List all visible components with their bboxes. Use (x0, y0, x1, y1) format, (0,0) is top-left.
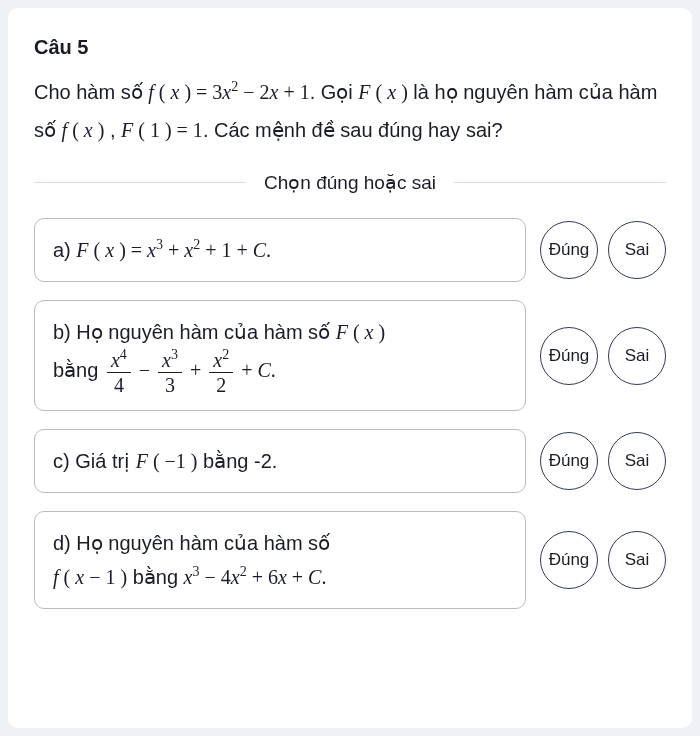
stem-text: , (104, 119, 121, 141)
section-divider: Chọn đúng hoặc sai (34, 171, 666, 194)
option-d-fx1: f ( x − 1 ) (53, 566, 127, 588)
true-label: Đúng (549, 346, 590, 366)
false-button[interactable]: Sai (608, 221, 666, 279)
false-button[interactable]: Sai (608, 432, 666, 490)
option-label: a) (53, 239, 76, 261)
option-b-mid: bằng (53, 359, 104, 381)
true-button[interactable]: Đúng (540, 327, 598, 385)
false-button[interactable]: Sai (608, 531, 666, 589)
option-c-tail: bằng -2. (198, 450, 278, 472)
question-card: Câu 5 Cho hàm số f ( x ) = 3x2 − 2x + 1.… (8, 8, 692, 728)
stem-math-cond: F ( 1 ) = 1 (121, 119, 203, 141)
option-a[interactable]: a) F ( x ) = x3 + x2 + 1 + C. (34, 218, 526, 282)
divider-label: Chọn đúng hoặc sai (246, 171, 454, 194)
divider-line (454, 182, 666, 183)
option-b-frac: x44 − x33 + x22 + C. (104, 359, 276, 381)
option-label: d) (53, 532, 76, 554)
true-button[interactable]: Đúng (540, 221, 598, 279)
option-c[interactable]: c) Giá trị F ( −1 ) bằng -2. (34, 429, 526, 493)
option-d-mid: bằng (127, 566, 183, 588)
option-row-d: d) Họ nguyên hàm của hàm số f ( x − 1 ) … (34, 511, 666, 609)
stem-math-f: f ( x ) = 3x2 − 2x + 1 (148, 81, 309, 103)
option-row-a: a) F ( x ) = x3 + x2 + 1 + C. Đúng Sai (34, 218, 666, 282)
option-b-buttons: Đúng Sai (540, 300, 666, 411)
option-c-buttons: Đúng Sai (540, 429, 666, 493)
option-label: c) (53, 450, 75, 472)
option-c-math: F ( −1 ) (136, 450, 198, 472)
option-d[interactable]: d) Họ nguyên hàm của hàm số f ( x − 1 ) … (34, 511, 526, 609)
false-label: Sai (625, 346, 650, 366)
option-row-b: b) Họ nguyên hàm của hàm số F ( x ) bằng… (34, 300, 666, 411)
stem-text: . Các mệnh đề sau đúng hay sai? (203, 119, 503, 141)
option-b-lead: Họ nguyên hàm của hàm số (76, 321, 335, 343)
option-d-buttons: Đúng Sai (540, 511, 666, 609)
true-label: Đúng (549, 240, 590, 260)
stem-math-F: F ( x ) (358, 81, 407, 103)
true-label: Đúng (549, 451, 590, 471)
false-label: Sai (625, 451, 650, 471)
option-label: b) (53, 321, 76, 343)
false-button[interactable]: Sai (608, 327, 666, 385)
question-stem: Cho hàm số f ( x ) = 3x2 − 2x + 1. Gọi F… (34, 73, 666, 149)
stem-text: Cho hàm số (34, 81, 148, 103)
option-b-Fx: F ( x ) (336, 321, 385, 343)
stem-math-fx: f ( x ) (62, 119, 105, 141)
false-label: Sai (625, 240, 650, 260)
true-button[interactable]: Đúng (540, 432, 598, 490)
option-d-lead: Họ nguyên hàm của hàm số (76, 532, 330, 554)
option-d-poly: x3 − 4x2 + 6x + C. (184, 566, 327, 588)
stem-text: . Gọi (310, 81, 359, 103)
question-title: Câu 5 (34, 36, 666, 59)
false-label: Sai (625, 550, 650, 570)
option-a-math: F ( x ) = x3 + x2 + 1 + C. (76, 239, 271, 261)
divider-line (34, 182, 246, 183)
true-button[interactable]: Đúng (540, 531, 598, 589)
option-a-buttons: Đúng Sai (540, 218, 666, 282)
true-label: Đúng (549, 550, 590, 570)
option-c-lead: Giá trị (75, 450, 135, 472)
option-row-c: c) Giá trị F ( −1 ) bằng -2. Đúng Sai (34, 429, 666, 493)
option-b[interactable]: b) Họ nguyên hàm của hàm số F ( x ) bằng… (34, 300, 526, 411)
